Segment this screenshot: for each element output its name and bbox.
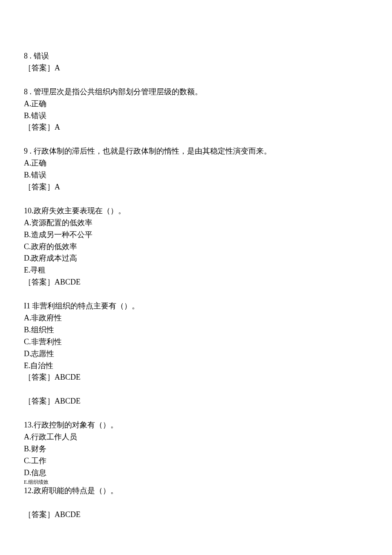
text-line: C.非营利性 bbox=[24, 336, 368, 348]
text-line: ［答案］ABCDE bbox=[24, 509, 368, 521]
text-line: ［答案］A bbox=[24, 181, 368, 193]
question-block: ［答案］ABCDE bbox=[24, 395, 368, 407]
text-line: 13.行政控制的对象有（）。 bbox=[24, 419, 368, 431]
document-content: 8 . 错误［答案］A8 . 管理层次是指公共组织内部划分管理层级的数额。A.正… bbox=[24, 50, 368, 521]
text-line: 9 . 行政体制的滞后性，也就是行政体制的惰性，是由其稳定性演变而来。 bbox=[24, 145, 368, 157]
question-block: ［答案］ABCDE bbox=[24, 509, 368, 521]
question-block: 8 . 管理层次是指公共组织内部划分管理层级的数额。A.正确B.错误［答案］A bbox=[24, 86, 368, 134]
text-line: A.正确 bbox=[24, 157, 368, 169]
text-line: 8 . 管理层次是指公共组织内部划分管理层级的数额。 bbox=[24, 86, 368, 98]
text-line: A.资源配置的低效率 bbox=[24, 217, 368, 229]
question-block: I1 非营利组织的特点主要有（）。A.非政府性B.组织性C.非营利性D.志愿性E… bbox=[24, 300, 368, 384]
text-line: E.组织绩效 bbox=[24, 479, 368, 485]
text-line: B.造成另一种不公平 bbox=[24, 229, 368, 241]
text-line: 12.政府职能的特点是（）。 bbox=[24, 485, 368, 497]
text-line: A.行政工作人员 bbox=[24, 431, 368, 443]
text-line: B.错误 bbox=[24, 110, 368, 122]
text-line: ［答案］A bbox=[24, 62, 368, 74]
text-line: A.非政府性 bbox=[24, 312, 368, 324]
text-line: 10.政府失效主要表现在（）。 bbox=[24, 205, 368, 217]
text-line: C.政府的低效率 bbox=[24, 241, 368, 253]
text-line: ［答案］ABCDE bbox=[24, 372, 368, 384]
text-line: D.政府成本过高 bbox=[24, 253, 368, 264]
question-block: 13.行政控制的对象有（）。A.行政工作人员B.财务C.工作D.信息E.组织绩效… bbox=[24, 419, 368, 497]
text-line: ［答案］A bbox=[24, 122, 368, 134]
text-line: E.自治性 bbox=[24, 360, 368, 372]
text-line: C.工作 bbox=[24, 455, 368, 467]
text-line: B.财务 bbox=[24, 443, 368, 455]
text-line: B.组织性 bbox=[24, 324, 368, 336]
text-line: 8 . 错误 bbox=[24, 50, 368, 62]
text-line: A.正确 bbox=[24, 98, 368, 110]
question-block: 9 . 行政体制的滞后性，也就是行政体制的惰性，是由其稳定性演变而来。A.正确B… bbox=[24, 145, 368, 193]
text-line: ［答案］ABCDE bbox=[24, 276, 368, 288]
text-line: E.寻租 bbox=[24, 264, 368, 276]
text-line: ［答案］ABCDE bbox=[24, 395, 368, 407]
question-block: 8 . 错误［答案］A bbox=[24, 50, 368, 74]
text-line: B.错误 bbox=[24, 169, 368, 181]
question-block: 10.政府失效主要表现在（）。A.资源配置的低效率B.造成另一种不公平C.政府的… bbox=[24, 205, 368, 288]
text-line: D.志愿性 bbox=[24, 348, 368, 360]
text-line: D.信息 bbox=[24, 467, 368, 479]
text-line: I1 非营利组织的特点主要有（）。 bbox=[24, 300, 368, 312]
